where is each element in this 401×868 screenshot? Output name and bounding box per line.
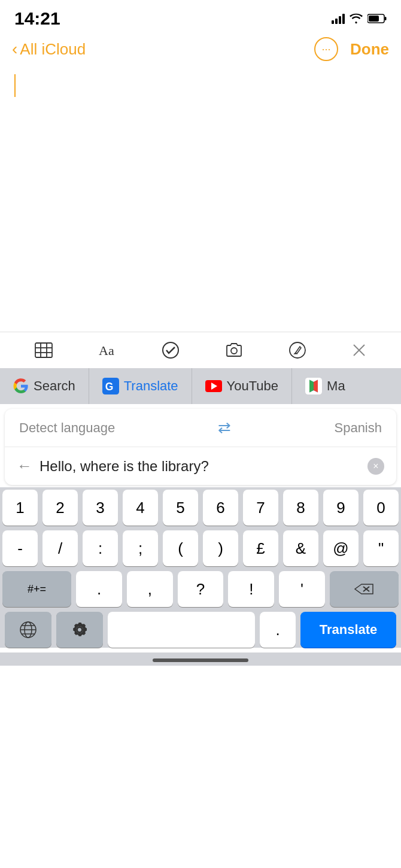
key-ampersand[interactable]: & (283, 530, 318, 566)
key-slash[interactable]: / (42, 530, 78, 566)
key-colon[interactable]: : (83, 530, 118, 566)
key-at[interactable]: @ (323, 530, 359, 566)
youtube-label: YouTube (227, 378, 278, 394)
translate-panel: Detect language ⇄ Spanish ← Hello, where… (5, 409, 396, 485)
youtube-icon (205, 380, 222, 392)
key-quote[interactable]: " (363, 530, 399, 566)
signal-icon (332, 13, 345, 24)
key-6[interactable]: 6 (203, 490, 238, 526)
suggestions-bar: Search G Translate YouTube Ma (0, 368, 401, 404)
table-button[interactable] (34, 341, 53, 360)
symbol-row-1: - / : ; ( ) £ & @ " (0, 530, 401, 566)
translate-header: Detect language ⇄ Spanish (5, 409, 396, 447)
more-icon: ··· (321, 43, 330, 56)
key-comma[interactable]: , (127, 571, 173, 607)
google-icon (13, 378, 29, 394)
svg-rect-2 (369, 16, 379, 22)
translate-key-label: Translate (320, 622, 378, 638)
translate-back-button[interactable]: ← (17, 457, 32, 475)
key-3[interactable]: 3 (83, 490, 118, 526)
key-open-paren[interactable]: ( (163, 530, 198, 566)
key-apostrophe[interactable]: ' (279, 571, 325, 607)
toolbar: Aa (0, 332, 401, 368)
keyboard: 1 2 3 4 5 6 7 8 9 0 - / : ; ( ) £ & @ " … (0, 487, 401, 648)
back-button[interactable]: ‹ All iCloud (12, 40, 86, 59)
bottom-row: . Translate (0, 612, 401, 648)
status-icons (332, 13, 387, 24)
camera-button[interactable] (224, 341, 244, 360)
maps-icon (305, 378, 322, 394)
gear-icon (70, 620, 89, 639)
key-close-paren[interactable]: ) (203, 530, 238, 566)
swap-languages-button[interactable]: ⇄ (218, 418, 231, 437)
globe-icon (18, 620, 38, 640)
done-button[interactable]: Done (350, 40, 389, 59)
status-time: 14:21 (14, 8, 60, 29)
key-9[interactable]: 9 (323, 490, 359, 526)
format-button[interactable]: Aa (98, 341, 117, 360)
translate-clear-button[interactable]: × (367, 458, 384, 475)
home-bar (153, 658, 248, 662)
key-period[interactable]: . (76, 571, 122, 607)
suggestion-maps[interactable]: Ma (292, 368, 359, 404)
nav-right: ··· Done (314, 37, 389, 61)
nav-bar: ‹ All iCloud ··· Done (0, 32, 401, 68)
key-semicolon[interactable]: ; (123, 530, 158, 566)
clear-icon: × (373, 461, 378, 472)
svg-rect-1 (385, 17, 387, 20)
period-key[interactable]: . (260, 612, 296, 648)
svg-rect-3 (35, 343, 52, 357)
key-hash-plus-equals[interactable]: #+= (2, 571, 71, 607)
key-question[interactable]: ? (178, 571, 224, 607)
svg-point-10 (231, 348, 237, 354)
battery-icon (367, 13, 387, 24)
note-area[interactable] (0, 68, 401, 332)
to-language: Spanish (334, 420, 382, 436)
translate-input-text: Hello, where is the library? (40, 458, 360, 475)
more-button[interactable]: ··· (314, 37, 338, 61)
key-0[interactable]: 0 (363, 490, 399, 526)
key-minus[interactable]: - (2, 530, 38, 566)
text-cursor (14, 74, 16, 97)
key-4[interactable]: 4 (123, 490, 158, 526)
translate-label: Translate (124, 378, 178, 394)
svg-point-9 (163, 342, 178, 358)
from-language: Detect language (19, 420, 115, 436)
back-label: All iCloud (20, 40, 86, 59)
globe-key[interactable] (5, 612, 51, 648)
gear-key[interactable] (56, 612, 103, 648)
symbol-row-2: #+= . , ? ! ' (0, 571, 401, 607)
status-bar: 14:21 (0, 0, 401, 32)
search-label: Search (34, 378, 75, 394)
translate-icon: G (102, 378, 119, 394)
maps-label: Ma (327, 378, 345, 394)
pen-button[interactable] (288, 341, 307, 360)
chevron-left-icon: ‹ (12, 40, 17, 59)
space-key[interactable] (108, 612, 255, 648)
suggestion-youtube[interactable]: YouTube (192, 368, 292, 404)
period-label: . (275, 621, 280, 639)
translate-key[interactable]: Translate (300, 612, 396, 648)
svg-text:Aa: Aa (99, 343, 114, 358)
translate-input-row: ← Hello, where is the library? × (5, 447, 396, 485)
key-1[interactable]: 1 (2, 490, 38, 526)
key-2[interactable]: 2 (42, 490, 78, 526)
key-exclaim[interactable]: ! (228, 571, 274, 607)
key-7[interactable]: 7 (243, 490, 278, 526)
close-toolbar-button[interactable] (351, 342, 367, 358)
home-indicator-area (0, 652, 401, 666)
key-8[interactable]: 8 (283, 490, 318, 526)
key-5[interactable]: 5 (163, 490, 198, 526)
key-pound[interactable]: £ (243, 530, 278, 566)
svg-text:G: G (105, 381, 113, 393)
wifi-icon (350, 13, 363, 24)
suggestion-translate[interactable]: G Translate (89, 368, 192, 404)
number-row: 1 2 3 4 5 6 7 8 9 0 (0, 490, 401, 526)
checklist-button[interactable] (161, 341, 180, 360)
delete-key[interactable] (330, 571, 399, 607)
suggestion-search[interactable]: Search (0, 368, 89, 404)
